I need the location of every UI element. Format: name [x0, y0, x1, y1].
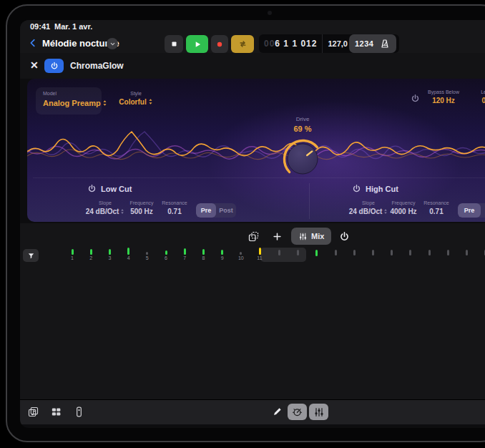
level-control[interactable]: Level 0.0: [467, 89, 485, 104]
high-cut-power-icon[interactable]: [352, 184, 361, 193]
song-menu-button[interactable]: [107, 38, 118, 49]
post-button[interactable]: Post: [481, 203, 485, 218]
high-cut-pre-post: Pre Post: [458, 203, 485, 218]
bypass-power-icon[interactable]: [411, 94, 420, 103]
lcd-position-value: 6 1 1 012: [275, 39, 317, 49]
loop-browser-icon[interactable]: [27, 406, 39, 418]
mixer-view-button[interactable]: [309, 404, 328, 420]
bypass-value: 120 Hz: [432, 97, 455, 104]
mixer-panel: Mix 1234567891011 0,0 -9,3 061218243545 …: [20, 223, 485, 399]
drive-label: Drive: [296, 116, 310, 122]
metronome-icon[interactable]: [379, 38, 391, 49]
plugin-name: ChromaGlow: [70, 61, 124, 71]
model-selector[interactable]: Model Analog Preamp: [36, 87, 102, 115]
updown-icon: [148, 98, 153, 105]
level-label: Level: [481, 89, 485, 94]
controls-view-button[interactable]: [288, 404, 307, 420]
back-chevron-icon[interactable]: [28, 38, 38, 48]
style-selector[interactable]: Style Colorful: [113, 91, 159, 106]
high-cut-slope[interactable]: Slope 24 dB/Oct: [351, 200, 386, 215]
status-date: Mar. 1 avr.: [54, 22, 92, 31]
low-cut-title: Low Cut: [101, 185, 132, 193]
high-cut-frequency[interactable]: Frequency 4000 Hz: [388, 200, 419, 215]
low-cut-resonance[interactable]: Resonance 0.71: [159, 200, 190, 215]
low-cut-power-icon[interactable]: [87, 184, 97, 193]
ipad-device: 09:41 Mar. 1 avr. Mélodie nocturne 006 1…: [6, 4, 485, 442]
plugin-header: ✕ ChromaGlow: [20, 53, 485, 79]
low-cut-slope[interactable]: Slope 24 dB/Oct: [87, 200, 123, 215]
post-button[interactable]: Post: [216, 203, 236, 218]
low-cut-pre-post: Pre Post: [196, 203, 236, 218]
low-cut-frequency[interactable]: Frequency 500 Hz: [126, 200, 157, 215]
plugin-tiles-icon[interactable]: [50, 406, 62, 418]
updown-icon: [120, 208, 124, 215]
fader-view-icon[interactable]: [73, 406, 85, 418]
lcd-position: 006 1 1 012: [259, 34, 323, 53]
lcd-position-dim: 00: [264, 39, 275, 49]
play-button[interactable]: [186, 35, 208, 53]
level-value: 0.0: [482, 97, 485, 104]
waveform-display: [27, 116, 485, 188]
record-button[interactable]: [211, 35, 228, 53]
bypass-below-control[interactable]: Bypass Below 120 Hz: [422, 89, 465, 104]
cycle-button[interactable]: [231, 35, 254, 53]
chromaglow-panel: Model Analog Preamp Style Colorful Bypas…: [27, 79, 485, 222]
style-label: Style: [130, 91, 142, 96]
drive-readout: Drive 69 %: [281, 116, 324, 133]
front-camera: [268, 11, 272, 15]
high-cut-resonance[interactable]: Resonance 0.71: [421, 200, 452, 215]
bottom-bar: [20, 399, 485, 424]
style-value: Colorful: [119, 98, 152, 106]
model-label: Model: [43, 91, 57, 96]
stop-button[interactable]: [165, 35, 183, 53]
plugin-divider: [33, 177, 485, 178]
status-time: 09:41: [30, 22, 50, 31]
plugin-power-button[interactable]: [44, 59, 64, 73]
pre-button[interactable]: Pre: [458, 203, 481, 218]
channel-strips: 0,0 -9,3 061218243545 M S Drummer 1 0,0: [20, 223, 485, 399]
updown-icon: [102, 99, 107, 107]
section-divider: [309, 183, 310, 219]
count-in-group: 1234: [349, 34, 396, 53]
high-cut-title: High Cut: [366, 185, 398, 193]
count-in-button[interactable]: 1234: [355, 39, 373, 48]
drive-value: 69 %: [293, 125, 311, 133]
pencil-icon[interactable]: [272, 406, 283, 417]
drive-knob[interactable]: [281, 137, 324, 180]
pre-button[interactable]: Pre: [196, 203, 216, 218]
close-icon[interactable]: ✕: [30, 59, 39, 71]
screen: 09:41 Mar. 1 avr. Mélodie nocturne 006 1…: [20, 20, 485, 428]
bypass-label: Bypass Below: [428, 89, 459, 94]
model-value: Analog Preamp: [43, 99, 107, 107]
